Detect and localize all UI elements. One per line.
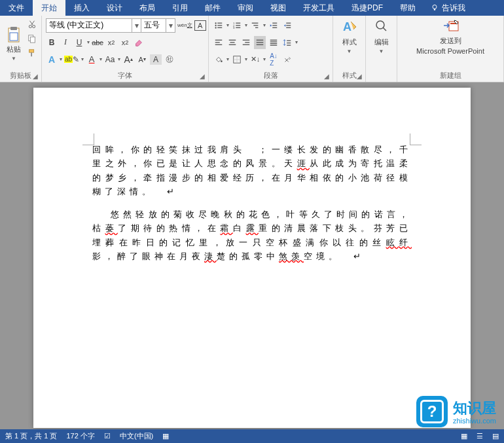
tab-review[interactable]: 审阅 bbox=[229, 0, 262, 16]
italic-button[interactable]: I bbox=[60, 36, 71, 49]
line-spacing-icon bbox=[283, 38, 292, 47]
cut-button[interactable] bbox=[26, 18, 38, 31]
watermark-title: 知识屋 bbox=[453, 400, 496, 416]
tab-mailings[interactable]: 邮件 bbox=[196, 0, 229, 16]
asian-layout-button[interactable]: ✕↓ bbox=[249, 53, 261, 66]
multilevel-icon bbox=[251, 21, 260, 30]
enclose-char-button[interactable]: ㊓ bbox=[164, 53, 175, 66]
align-center-button[interactable] bbox=[226, 36, 238, 49]
svg-rect-8 bbox=[30, 37, 35, 43]
svg-rect-48 bbox=[287, 43, 291, 43]
shrink-font-button[interactable]: A▾ bbox=[136, 53, 148, 66]
chevron-down-icon[interactable]: ▾ bbox=[132, 19, 141, 32]
sort-button[interactable]: A↓Z bbox=[268, 53, 279, 66]
paragraph-2[interactable]: 悠然轻放的菊收尽晚秋的花色，叶等久了时间的诺言，枯蒌了期待的热情，在霜白露重的清… bbox=[92, 208, 412, 264]
text-effects-button[interactable]: A bbox=[46, 53, 58, 66]
tab-devtools[interactable]: 开发工具 bbox=[295, 0, 343, 16]
editing-button[interactable]: 编辑 ▼ bbox=[369, 18, 394, 56]
clipboard-launcher[interactable]: ◢ bbox=[31, 71, 40, 80]
group-newgroup-label: 新建组 bbox=[400, 69, 501, 82]
font-size-value[interactable]: 五号 bbox=[141, 19, 166, 32]
paste-button[interactable]: 粘贴 ▼ bbox=[3, 18, 25, 69]
svg-rect-41 bbox=[257, 42, 264, 43]
copy-icon bbox=[27, 34, 37, 43]
svg-rect-46 bbox=[270, 44, 278, 45]
tell-me-label: 告诉我 bbox=[442, 3, 465, 14]
highlight-button[interactable]: ab✎ bbox=[64, 53, 79, 66]
borders-button[interactable] bbox=[231, 53, 243, 66]
tab-design[interactable]: 设计 bbox=[98, 0, 131, 16]
bullets-button[interactable] bbox=[213, 19, 225, 32]
styles-launcher[interactable]: ◢ bbox=[355, 71, 364, 80]
styles-label: 样式 bbox=[342, 37, 357, 47]
shading-button[interactable] bbox=[213, 53, 225, 66]
show-marks-button[interactable] bbox=[281, 53, 293, 66]
svg-rect-19 bbox=[236, 25, 240, 26]
clear-format-button[interactable] bbox=[133, 36, 145, 49]
paragraph-1[interactable]: 回眸，你的轻笑抹过我肩头 ；一缕长发的幽香散尽，千里之外，你已是让人思念的风景。… bbox=[92, 143, 412, 199]
svg-rect-42 bbox=[257, 44, 264, 44]
styles-button[interactable]: A 样式 ▼ bbox=[336, 18, 363, 56]
svg-line-56 bbox=[383, 27, 386, 31]
group-paragraph-label: 段落 bbox=[211, 69, 330, 82]
tab-file[interactable]: 文件 bbox=[0, 0, 33, 16]
spellcheck-icon[interactable]: ☑ bbox=[104, 432, 111, 440]
watermark-url: zhishiwu.com bbox=[453, 417, 496, 425]
chevron-down-icon: ▼ bbox=[347, 48, 352, 54]
tab-layout[interactable]: 布局 bbox=[131, 0, 164, 16]
align-right-button[interactable] bbox=[240, 36, 252, 49]
svg-rect-17 bbox=[236, 22, 240, 23]
copy-button[interactable] bbox=[26, 32, 38, 45]
underline-button[interactable]: U bbox=[73, 36, 85, 49]
tab-home[interactable]: 开始 bbox=[33, 0, 65, 16]
outdent-icon bbox=[269, 21, 278, 30]
format-painter-button[interactable] bbox=[26, 46, 38, 60]
send-to-powerpoint-button[interactable]: 发送到 Microsoft PowerPoint bbox=[412, 18, 488, 56]
svg-rect-32 bbox=[215, 42, 220, 43]
chevron-down-icon[interactable]: ▾ bbox=[166, 19, 175, 32]
tab-help[interactable]: 帮助 bbox=[391, 0, 424, 16]
tell-me-search[interactable]: 告诉我 bbox=[424, 3, 472, 14]
line-spacing-button[interactable] bbox=[281, 36, 293, 49]
justify-button[interactable] bbox=[254, 36, 266, 49]
font-launcher[interactable]: ◢ bbox=[198, 71, 207, 80]
grow-font-button[interactable]: A▴ bbox=[122, 53, 134, 66]
svg-rect-45 bbox=[270, 43, 278, 43]
bold-button[interactable]: B bbox=[46, 36, 58, 49]
paintbrush-icon bbox=[27, 48, 37, 58]
svg-rect-40 bbox=[257, 39, 264, 40]
superscript-button[interactable]: x2 bbox=[119, 36, 131, 49]
tab-view[interactable]: 视图 bbox=[262, 0, 295, 16]
paint-bucket-icon bbox=[214, 55, 223, 64]
subscript-button[interactable]: x2 bbox=[105, 36, 117, 49]
justify-icon bbox=[255, 38, 264, 47]
view-read-icon[interactable]: ▦ bbox=[461, 432, 467, 440]
increase-indent-button[interactable] bbox=[281, 19, 293, 32]
char-shading-button[interactable]: A bbox=[150, 54, 162, 65]
phonetic-guide-button[interactable]: wén文 bbox=[177, 19, 192, 32]
status-wordcount[interactable]: 172 个字 bbox=[66, 431, 94, 441]
page[interactable]: 回眸，你的轻笑抹过我肩头 ；一缕长发的幽香散尽，千里之外，你已是让人思念的风景。… bbox=[33, 88, 471, 428]
document-canvas[interactable]: 回眸，你的轻笑抹过我肩头 ；一缕长发的幽香散尽，千里之外，你已是让人思念的风景。… bbox=[0, 82, 504, 429]
status-page[interactable]: 第 1 页，共 1 页 bbox=[5, 431, 57, 441]
margin-corner-tl bbox=[82, 133, 94, 145]
strikethrough-button[interactable]: abc bbox=[92, 36, 103, 49]
align-left-button[interactable] bbox=[213, 36, 225, 49]
macro-icon[interactable]: ▦ bbox=[162, 432, 169, 440]
tab-xunjie-pdf[interactable]: 迅捷PDF bbox=[343, 0, 391, 16]
view-print-icon[interactable]: ☰ bbox=[477, 432, 483, 440]
tab-references[interactable]: 引用 bbox=[164, 0, 196, 16]
numbering-button[interactable]: 123 bbox=[231, 19, 243, 32]
font-color-button[interactable]: A bbox=[86, 53, 98, 66]
decrease-indent-button[interactable] bbox=[268, 19, 279, 32]
tab-insert[interactable]: 插入 bbox=[65, 0, 98, 16]
font-name-combo[interactable]: 等线 (中文正文) ▾ 五号 ▾ bbox=[46, 18, 175, 33]
status-language[interactable]: 中文(中国) bbox=[120, 431, 153, 441]
multilevel-button[interactable] bbox=[249, 19, 261, 32]
distribute-button[interactable] bbox=[268, 36, 279, 49]
change-case-button[interactable]: Aa bbox=[104, 53, 116, 66]
svg-rect-21 bbox=[236, 27, 240, 27]
char-border-button[interactable]: A bbox=[194, 20, 206, 31]
view-web-icon[interactable]: ▤ bbox=[492, 432, 499, 440]
paragraph-launcher[interactable]: ◢ bbox=[322, 71, 331, 80]
